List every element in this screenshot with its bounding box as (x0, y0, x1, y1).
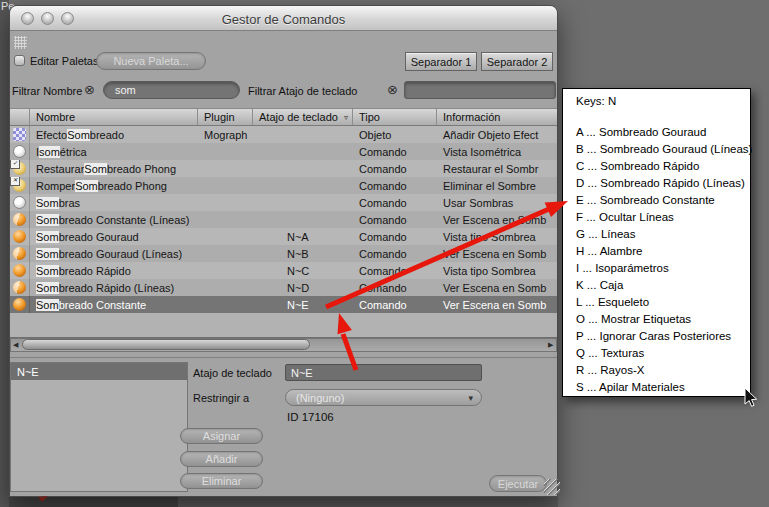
table-row[interactable]: SombrasComandoUsar Sombras (10, 194, 557, 211)
table-body: Efecto SombreadoMographObjetoAñadir Obje… (10, 126, 557, 313)
shortcut-key-item: B ... Sombreado Gouraud (Líneas) (563, 141, 750, 158)
table-row[interactable]: Efecto SombreadoMographObjetoAñadir Obje… (10, 126, 557, 143)
shortcut-key-item: L ... Esqueleto (563, 294, 750, 311)
command-shortcut (253, 194, 353, 211)
scrollbar-thumb[interactable] (22, 339, 310, 350)
column-header-atajo[interactable]: Atajo de teclado▿ (253, 109, 353, 125)
icon-cell (10, 194, 30, 211)
icon-cell (10, 279, 30, 296)
window-resize-grip[interactable] (544, 479, 560, 495)
table-row[interactable]: Sombreado Gouraud (Líneas)N~BComandoVer … (10, 245, 557, 262)
table-row[interactable]: Sombreado GouraudN~AComandoVista tipo So… (10, 228, 557, 245)
icon-cell (10, 160, 30, 177)
background-app-edge (0, 0, 9, 507)
restrict-label: Restringir a (193, 392, 249, 404)
shortcut-key-item: D ... Sombreado Rápido (Líneas) (563, 175, 750, 192)
command-type: Comando (353, 262, 437, 279)
shortcut-input[interactable] (285, 364, 482, 381)
command-plugin (198, 143, 253, 160)
filter-match-highlight: Som (36, 282, 59, 294)
filter-match-highlight: Som (36, 299, 59, 311)
separator-2-button[interactable]: Separador 2 (481, 52, 553, 71)
command-info: Usar Sombras (437, 194, 557, 211)
column-header-icon[interactable] (10, 109, 30, 125)
scroll-left-icon[interactable]: ◀ (13, 341, 18, 349)
new-palette-button[interactable]: Nueva Paleta... (96, 52, 206, 70)
table-row[interactable]: Romper Sombreado PhongComandoEliminar el… (10, 177, 557, 194)
command-name: Isométrica (30, 143, 198, 160)
orange-sphere-lines-icon (13, 213, 26, 226)
command-manager-window: Gestor de Comandos Editar Paletas Nueva … (9, 5, 558, 497)
icon-cell (10, 126, 30, 143)
table-row[interactable]: Sombreado ConstanteN~EComandoVer Escena … (10, 296, 557, 313)
command-shortcut (253, 160, 353, 177)
titlebar[interactable]: Gestor de Comandos (10, 6, 557, 31)
assigned-shortcut-item[interactable]: N~E (11, 363, 187, 380)
edit-palettes-checkbox[interactable] (14, 55, 25, 66)
add-button[interactable]: Añadir (180, 451, 263, 467)
chevron-down-icon: ▾ (468, 393, 473, 403)
command-name: Restaurar Sombreado Phong (30, 160, 198, 177)
command-info: Restaurar el Sombr (437, 160, 557, 177)
column-header-tipo[interactable]: Tipo (353, 109, 437, 125)
clear-filter-shortcut-icon[interactable]: ⊗ (387, 83, 398, 96)
clear-filter-name-icon[interactable]: ⊗ (84, 83, 95, 96)
command-shortcut: N~D (253, 279, 353, 296)
orange-sphere-icon (13, 298, 26, 311)
table-row[interactable]: Sombreado Constante (Líneas)ComandoVer E… (10, 211, 557, 228)
command-plugin (198, 296, 253, 313)
toolbar-grip-handle[interactable] (14, 36, 27, 49)
command-shortcut: N~E (253, 296, 353, 313)
column-header-nombre[interactable]: Nombre (30, 109, 198, 125)
filter-match-highlight: som (39, 146, 60, 158)
command-id-text: ID 17106 (287, 411, 334, 423)
command-table: Nombre Plugin Atajo de teclado▿ Tipo Inf… (10, 108, 557, 338)
keys-popup-title: Keys: N (576, 95, 616, 107)
filter-match-highlight: Som (84, 163, 107, 175)
separator-1-button[interactable]: Separador 1 (405, 52, 477, 71)
screen: Pe Gestor de Comandos Editar Paletas Nue… (0, 0, 769, 507)
command-plugin (198, 228, 253, 245)
command-name: Sombreado Rápido (Líneas) (30, 279, 198, 296)
panel-divider (10, 357, 557, 358)
command-info: Ver Escena en Somb (437, 279, 557, 296)
icon-cell (10, 262, 30, 279)
command-type: Comando (353, 245, 437, 262)
filter-name-label: Filtrar Nombre (12, 85, 82, 97)
command-shortcut: N~B (253, 245, 353, 262)
command-plugin (198, 194, 253, 211)
icon-cell (10, 143, 30, 160)
command-name: Sombras (30, 194, 198, 211)
command-info: Añadir Objeto Efect (437, 126, 557, 143)
filter-match-highlight: Som (67, 129, 90, 141)
command-plugin (198, 245, 253, 262)
shortcut-key-item: C ... Sombreado Rápido (563, 158, 750, 175)
scroll-right-icon[interactable]: ▶ (548, 341, 553, 349)
window-title: Gestor de Comandos (10, 12, 557, 27)
command-shortcut (253, 126, 353, 143)
restrict-dropdown[interactable]: (Ninguno) ▾ (285, 389, 482, 406)
mograph-effect-icon (13, 128, 26, 141)
background-app-edge-bottom (9, 497, 178, 507)
delete-button[interactable]: Eliminar (180, 473, 263, 489)
orange-sphere-icon (13, 230, 26, 243)
icon-cell (10, 245, 30, 262)
table-row[interactable]: Sombreado RápidoN~CComandoVista tipo Som… (10, 262, 557, 279)
execute-button[interactable]: Ejecutar (489, 475, 547, 492)
command-info: Vista tipo Sombrea (437, 262, 557, 279)
shortcut-key-item: F ... Ocultar Líneas (563, 209, 750, 226)
keys-popup: Keys: N A ... Sombreado GouraudB ... Som… (562, 88, 751, 397)
filter-match-highlight: Som (75, 180, 98, 192)
table-row[interactable]: Restaurar Sombreado PhongComandoRestaura… (10, 160, 557, 177)
command-name: Sombreado Gouraud (30, 228, 198, 245)
command-plugin (198, 211, 253, 228)
column-header-plugin[interactable]: Plugin (198, 109, 253, 125)
filter-name-input[interactable] (103, 81, 240, 99)
table-row[interactable]: Sombreado Rápido (Líneas)N~DComandoVer E… (10, 279, 557, 296)
filter-shortcut-input[interactable] (404, 81, 556, 99)
column-header-informacion[interactable]: Información (437, 109, 557, 125)
assign-button[interactable]: Asignar (180, 428, 263, 444)
table-row[interactable]: IsométricaComandoVista Isométrica (10, 143, 557, 160)
icon-cell (10, 177, 30, 194)
command-type: Comando (353, 228, 437, 245)
